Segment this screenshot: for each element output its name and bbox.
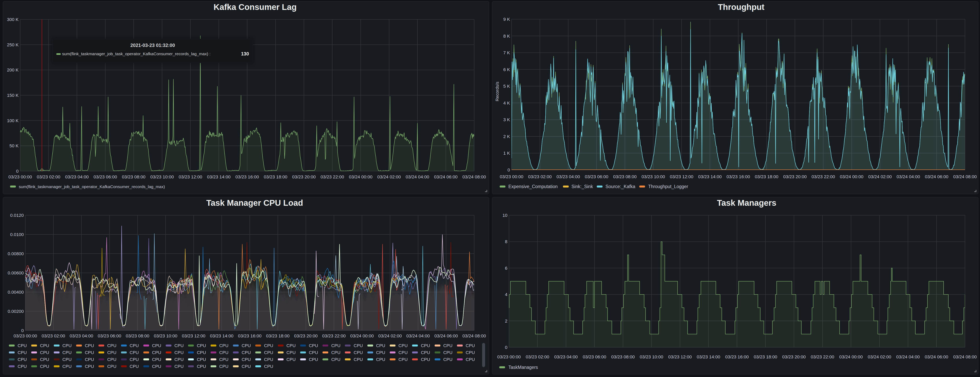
svg-text:Records/s: Records/s — [495, 81, 500, 101]
svg-text:0: 0 — [505, 345, 508, 350]
svg-text:CPU: CPU — [62, 350, 72, 355]
svg-text:8 K: 8 K — [503, 34, 510, 38]
svg-text:CPU: CPU — [174, 343, 183, 348]
svg-text:03/24 06:00: 03/24 06:00 — [925, 174, 948, 179]
svg-text:03/23 12:00: 03/23 12:00 — [670, 174, 693, 179]
svg-text:03/24 06:00: 03/24 06:00 — [924, 355, 948, 359]
svg-text:CPU: CPU — [443, 357, 452, 362]
svg-text:0.00800: 0.00800 — [8, 251, 24, 256]
svg-text:0: 0 — [21, 328, 24, 333]
svg-text:CPU: CPU — [264, 343, 273, 348]
svg-text:03/23 00:00: 03/23 00:00 — [8, 174, 32, 179]
svg-text:1 K: 1 K — [503, 151, 510, 156]
svg-text:03/23 00:00: 03/23 00:00 — [497, 355, 521, 359]
svg-text:CPU: CPU — [107, 350, 116, 355]
svg-text:03/23 10:00: 03/23 10:00 — [640, 355, 663, 359]
svg-text:03/23 18:00: 03/23 18:00 — [264, 174, 287, 179]
svg-text:3 K: 3 K — [503, 117, 510, 122]
svg-text:03/24 06:00: 03/24 06:00 — [434, 174, 458, 179]
svg-text:03/23 00:00: 03/23 00:00 — [14, 334, 37, 339]
svg-text:CPU: CPU — [40, 364, 49, 369]
svg-text:200 K: 200 K — [7, 67, 19, 72]
svg-text:sum(flink_taskmanager_job_task: sum(flink_taskmanager_job_task_operator_… — [19, 184, 165, 189]
svg-text:CPU: CPU — [107, 343, 116, 348]
svg-text:250 K: 250 K — [7, 42, 19, 47]
svg-text:0: 0 — [16, 169, 19, 174]
svg-text:03/23 12:00: 03/23 12:00 — [182, 334, 205, 339]
svg-text:2 K: 2 K — [503, 134, 510, 139]
svg-text:10: 10 — [503, 213, 508, 218]
svg-text:CPU: CPU — [242, 357, 251, 362]
svg-text:CPU: CPU — [130, 357, 139, 362]
svg-text:7 K: 7 K — [503, 50, 510, 55]
svg-text:03/23 12:00: 03/23 12:00 — [668, 355, 692, 359]
svg-text:03/23 04:00: 03/23 04:00 — [557, 174, 580, 179]
svg-text:CPU: CPU — [174, 350, 183, 355]
svg-text:TaskManagers: TaskManagers — [508, 365, 538, 370]
svg-text:CPU: CPU — [264, 357, 273, 362]
svg-text:Expensive_Computation: Expensive_Computation — [508, 184, 558, 189]
svg-text:CPU: CPU — [242, 350, 251, 355]
svg-text:0.0100: 0.0100 — [10, 232, 24, 237]
svg-text:2: 2 — [505, 319, 508, 324]
svg-text:03/23 16:00: 03/23 16:00 — [725, 355, 749, 359]
svg-text:CPU: CPU — [264, 364, 273, 369]
svg-text:03/23 22:00: 03/23 22:00 — [811, 355, 834, 359]
svg-text:0: 0 — [508, 168, 510, 173]
svg-text:03/23 10:00: 03/23 10:00 — [150, 174, 174, 179]
svg-text:CPU: CPU — [286, 343, 296, 348]
svg-text:CPU: CPU — [219, 350, 228, 355]
svg-text:CPU: CPU — [309, 350, 318, 355]
svg-text:03/23 04:00: 03/23 04:00 — [70, 334, 93, 339]
svg-text:03/23 14:00: 03/23 14:00 — [697, 355, 720, 359]
svg-text:CPU: CPU — [242, 343, 251, 348]
svg-text:03/24 00:00: 03/24 00:00 — [350, 334, 374, 339]
svg-text:03/23 00:00: 03/23 00:00 — [500, 174, 523, 179]
svg-text:CPU: CPU — [107, 364, 116, 369]
svg-text:CPU: CPU — [197, 357, 206, 362]
svg-text:CPU: CPU — [219, 364, 228, 369]
svg-text:03/24 04:00: 03/24 04:00 — [896, 355, 920, 359]
svg-text:CPU: CPU — [62, 364, 72, 369]
svg-text:Sink:_Sink: Sink:_Sink — [571, 184, 593, 189]
svg-text:CPU: CPU — [18, 364, 27, 369]
svg-text:0.00600: 0.00600 — [8, 270, 24, 275]
svg-text:CPU: CPU — [443, 343, 452, 348]
svg-text:03/23 20:00: 03/23 20:00 — [782, 355, 806, 359]
svg-text:CPU: CPU — [18, 357, 27, 362]
svg-text:CPU: CPU — [62, 343, 72, 348]
svg-text:03/23 16:00: 03/23 16:00 — [238, 334, 262, 339]
svg-text:CPU: CPU — [197, 364, 206, 369]
svg-text:CPU: CPU — [354, 357, 363, 362]
svg-text:03/23 10:00: 03/23 10:00 — [641, 174, 665, 179]
svg-text:CPU: CPU — [376, 357, 385, 362]
svg-text:03/23 08:00: 03/23 08:00 — [126, 334, 149, 339]
svg-text:03/23 16:00: 03/23 16:00 — [727, 174, 750, 179]
svg-text:0.00200: 0.00200 — [8, 309, 24, 314]
svg-text:CPU: CPU — [174, 357, 183, 362]
svg-text:CPU: CPU — [376, 343, 385, 348]
svg-text:CPU: CPU — [286, 350, 296, 355]
svg-text:CPU: CPU — [107, 357, 116, 362]
svg-text:03/23 22:00: 03/23 22:00 — [321, 174, 344, 179]
svg-text:CPU: CPU — [354, 343, 363, 348]
svg-text:03/23 14:00: 03/23 14:00 — [698, 174, 722, 179]
svg-text:CPU: CPU — [130, 364, 139, 369]
svg-text:CPU: CPU — [197, 343, 206, 348]
svg-text:03/23 14:00: 03/23 14:00 — [210, 334, 234, 339]
svg-text:CPU: CPU — [152, 350, 161, 355]
svg-text:CPU: CPU — [309, 343, 318, 348]
svg-text:0.00400: 0.00400 — [8, 290, 24, 295]
svg-text:6: 6 — [505, 266, 508, 271]
svg-text:Throughput: Throughput — [718, 2, 764, 12]
svg-text:03/23 02:00: 03/23 02:00 — [526, 355, 549, 359]
svg-text:CPU: CPU — [85, 343, 94, 348]
svg-text:CPU: CPU — [286, 357, 296, 362]
svg-text:03/23 22:00: 03/23 22:00 — [322, 334, 346, 339]
svg-text:03/23 12:00: 03/23 12:00 — [179, 174, 202, 179]
svg-text:03/23 22:00: 03/23 22:00 — [811, 174, 835, 179]
svg-text:CPU: CPU — [18, 343, 27, 348]
svg-text:03/24 00:00: 03/24 00:00 — [839, 355, 863, 359]
svg-text:03/23 06:00: 03/23 06:00 — [94, 174, 117, 179]
svg-text:03/23 08:00: 03/23 08:00 — [122, 174, 146, 179]
